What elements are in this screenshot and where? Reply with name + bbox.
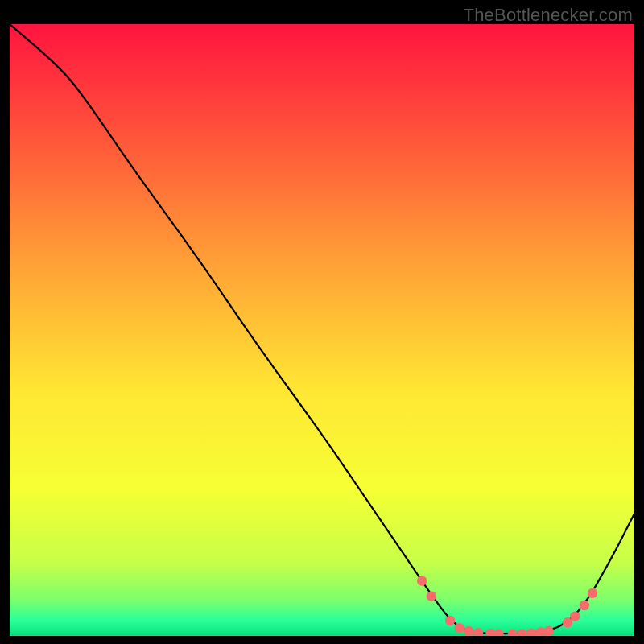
data-point (455, 623, 464, 633)
data-point (588, 588, 597, 598)
bottleneck-chart (10, 24, 634, 636)
data-point (464, 626, 473, 636)
data-point (543, 626, 553, 636)
data-point (570, 611, 580, 621)
data-point (417, 576, 427, 585)
data-point (427, 591, 436, 601)
data-point (445, 616, 455, 625)
data-point (580, 601, 589, 610)
watermark-text: TheBottlenecker.com (464, 5, 633, 26)
gradient-background (10, 24, 634, 636)
chart-frame (10, 24, 634, 636)
